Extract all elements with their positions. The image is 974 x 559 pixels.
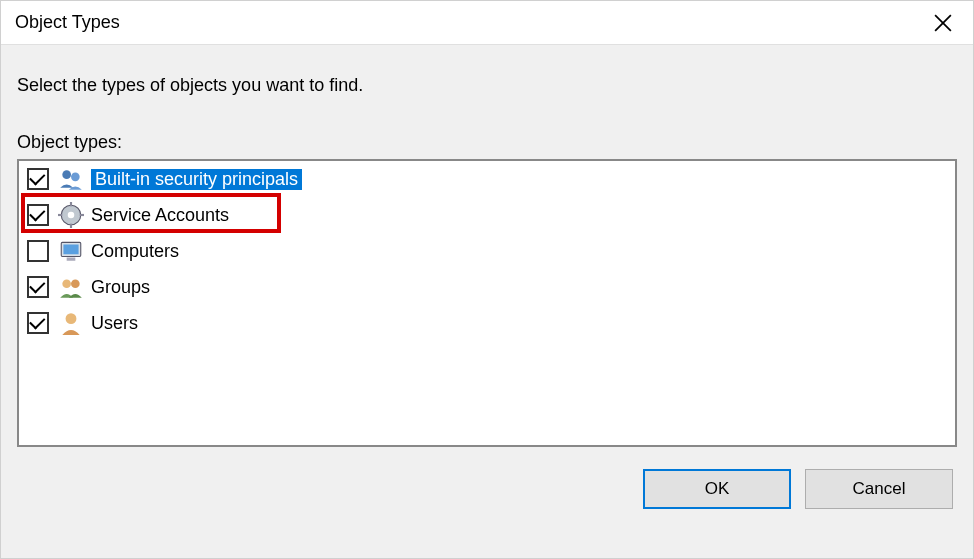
svg-rect-8 <box>58 214 62 216</box>
gear-icon <box>57 201 85 229</box>
svg-rect-9 <box>80 214 84 216</box>
svg-rect-7 <box>70 224 72 228</box>
principals-icon <box>57 165 85 193</box>
list-item-service-accounts[interactable]: Service Accounts <box>19 197 955 233</box>
svg-rect-11 <box>63 245 78 255</box>
list-item-groups[interactable]: Groups <box>19 269 955 305</box>
checkbox-builtin-principals[interactable] <box>27 168 49 190</box>
ok-button-label: OK <box>705 479 730 499</box>
svg-point-3 <box>71 173 80 182</box>
svg-rect-12 <box>67 258 76 261</box>
checkbox-groups[interactable] <box>27 276 49 298</box>
object-types-label: Object types: <box>17 132 957 153</box>
svg-point-13 <box>62 279 71 288</box>
cancel-button[interactable]: Cancel <box>805 469 953 509</box>
list-item-builtin-principals[interactable]: Built-in security principals <box>19 161 955 197</box>
instruction-text: Select the types of objects you want to … <box>17 75 957 96</box>
ok-button[interactable]: OK <box>643 469 791 509</box>
button-row: OK Cancel <box>17 469 957 509</box>
item-label: Built-in security principals <box>91 169 302 190</box>
object-types-dialog: Object Types Select the types of objects… <box>0 0 974 559</box>
svg-rect-6 <box>70 202 72 206</box>
close-button[interactable] <box>913 1 973 45</box>
list-item-users[interactable]: Users <box>19 305 955 341</box>
cancel-button-label: Cancel <box>853 479 906 499</box>
close-icon <box>934 14 952 32</box>
item-label: Users <box>91 313 138 334</box>
item-label: Computers <box>91 241 179 262</box>
svg-point-5 <box>68 212 75 219</box>
svg-point-14 <box>71 279 80 288</box>
item-label: Groups <box>91 277 150 298</box>
svg-point-2 <box>62 170 71 179</box>
checkbox-computers[interactable] <box>27 240 49 262</box>
svg-point-15 <box>66 313 77 324</box>
checkbox-service-accounts[interactable] <box>27 204 49 226</box>
titlebar: Object Types <box>1 1 973 45</box>
computer-icon <box>57 237 85 265</box>
list-item-computers[interactable]: Computers <box>19 233 955 269</box>
groups-icon <box>57 273 85 301</box>
window-title: Object Types <box>15 12 120 33</box>
item-label: Service Accounts <box>91 205 229 226</box>
dialog-content: Select the types of objects you want to … <box>1 45 973 558</box>
user-icon <box>57 309 85 337</box>
checkbox-users[interactable] <box>27 312 49 334</box>
object-types-listbox[interactable]: Built-in security principals Service Acc… <box>17 159 957 447</box>
